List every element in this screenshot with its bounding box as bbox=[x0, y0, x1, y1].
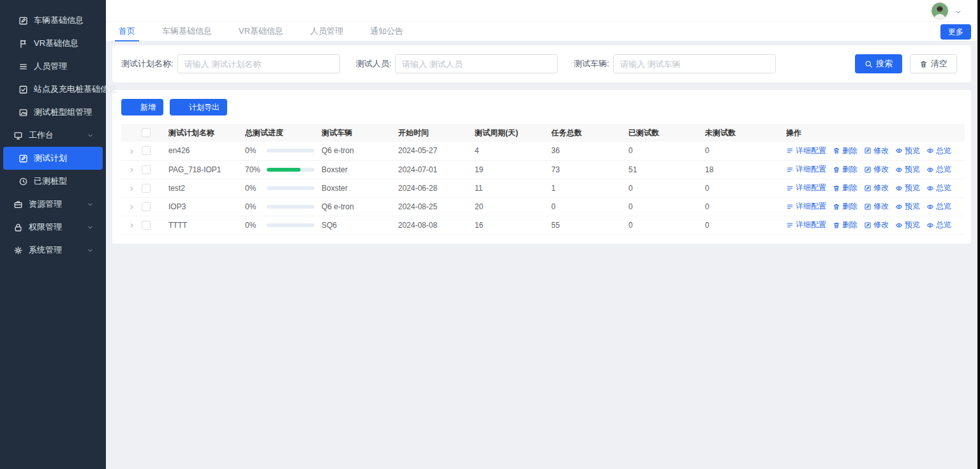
action-1[interactable]: 删除 bbox=[833, 220, 858, 230]
table-panel: 新增 计划导出 测试计划名称总测试进度测试车辆开始时间测试周期(天)任务总数已测… bbox=[112, 90, 971, 244]
action-label: 总览 bbox=[936, 145, 951, 156]
sidebar-item-2[interactable]: 人员管理 bbox=[3, 55, 103, 78]
action-1[interactable]: 删除 bbox=[833, 182, 858, 193]
user-avatar[interactable] bbox=[932, 3, 948, 19]
action-3[interactable]: 预览 bbox=[895, 182, 920, 193]
sidebar-item-4[interactable]: 测试桩型组管理 bbox=[3, 101, 103, 124]
action-2[interactable]: 修改 bbox=[864, 220, 889, 230]
row-checkbox[interactable] bbox=[142, 202, 151, 211]
toolbar: 新增 计划导出 bbox=[121, 99, 962, 115]
search-field-1: 测试人员: bbox=[356, 54, 558, 73]
action-1[interactable]: 删除 bbox=[833, 201, 858, 212]
tab-4[interactable]: 通知公告 bbox=[370, 22, 403, 41]
actions-cell: 详细配置删除修改预览总览 bbox=[786, 197, 965, 216]
action-label: 删除 bbox=[842, 145, 858, 156]
action-4[interactable]: 总览 bbox=[926, 145, 951, 156]
eye-icon bbox=[926, 221, 934, 229]
action-0[interactable]: 详细配置 bbox=[786, 182, 826, 193]
sidebar-item-9[interactable]: 权限管理 bbox=[3, 216, 103, 239]
progress-track bbox=[267, 168, 315, 172]
row-checkbox[interactable] bbox=[142, 165, 151, 174]
column-header: 测试计划名称 bbox=[168, 124, 245, 142]
action-2[interactable]: 修改 bbox=[864, 201, 889, 212]
row-expand-button[interactable] bbox=[121, 160, 142, 179]
start-date-cell: 2024-07-01 bbox=[398, 160, 475, 179]
column-header: 测试周期(天) bbox=[475, 124, 551, 142]
row-expand-button[interactable] bbox=[121, 142, 142, 160]
search-input-1[interactable] bbox=[395, 54, 558, 73]
sidebar-item-7[interactable]: 已测桩型 bbox=[3, 170, 103, 193]
search-button-label: 搜索 bbox=[876, 58, 893, 70]
tab-bar: 首页车辆基础信息VR基础信息人员管理通知公告更多 bbox=[106, 21, 977, 41]
tab-1[interactable]: 车辆基础信息 bbox=[162, 22, 212, 41]
select-all-checkbox[interactable] bbox=[142, 128, 151, 137]
action-label: 总览 bbox=[936, 201, 951, 212]
progress-track bbox=[267, 186, 315, 190]
progress-percent: 70% bbox=[245, 165, 262, 174]
action-2[interactable]: 修改 bbox=[864, 145, 889, 156]
period-cell: 16 bbox=[475, 216, 551, 234]
row-checkbox[interactable] bbox=[142, 221, 151, 230]
search-input-2[interactable] bbox=[613, 54, 776, 73]
search-actions: 搜索清空 bbox=[855, 54, 962, 73]
tab-2[interactable]: VR基础信息 bbox=[239, 22, 283, 41]
detail-list-icon bbox=[786, 221, 794, 229]
tab-0[interactable]: 首页 bbox=[119, 22, 135, 41]
action-4[interactable]: 总览 bbox=[926, 164, 951, 175]
action-4[interactable]: 总览 bbox=[926, 201, 951, 212]
progress-cell: 0% bbox=[245, 142, 322, 160]
tab-3[interactable]: 人员管理 bbox=[310, 22, 343, 41]
tested-count-cell: 0 bbox=[628, 197, 705, 216]
search-icon bbox=[865, 60, 873, 68]
total-tasks-cell: 36 bbox=[551, 142, 628, 160]
row-checkbox[interactable] bbox=[142, 184, 151, 193]
table-row: en4260%Q6 e-tron2024-05-2743600详细配置删除修改预… bbox=[121, 142, 965, 160]
action-3[interactable]: 预览 bbox=[895, 164, 920, 175]
period-cell: 19 bbox=[475, 160, 551, 179]
actions-cell: 详细配置删除修改预览总览 bbox=[786, 216, 965, 234]
search-button[interactable]: 搜索 bbox=[855, 54, 902, 73]
action-label: 删除 bbox=[842, 182, 858, 193]
edit-icon bbox=[864, 147, 872, 154]
untested-count-cell: 0 bbox=[705, 197, 786, 216]
row-expand-button[interactable] bbox=[121, 216, 142, 234]
action-3[interactable]: 预览 bbox=[895, 145, 920, 156]
action-3[interactable]: 预览 bbox=[895, 201, 920, 212]
action-1[interactable]: 删除 bbox=[833, 145, 858, 156]
row-expand-button[interactable] bbox=[121, 197, 142, 216]
search-field-label: 测试车辆: bbox=[574, 58, 609, 70]
action-4[interactable]: 总览 bbox=[926, 182, 951, 193]
action-0[interactable]: 详细配置 bbox=[786, 164, 826, 175]
export-button[interactable]: 计划导出 bbox=[170, 99, 227, 115]
search-field-label: 测试计划名称: bbox=[121, 58, 174, 70]
action-4[interactable]: 总览 bbox=[926, 220, 951, 230]
sidebar-item-8[interactable]: 资源管理 bbox=[3, 193, 103, 216]
row-checkbox[interactable] bbox=[142, 146, 151, 155]
sidebar-item-10[interactable]: 系统管理 bbox=[3, 239, 103, 262]
action-label: 总览 bbox=[936, 164, 951, 175]
sidebar-item-1[interactable]: VR基础信息 bbox=[3, 32, 103, 55]
action-0[interactable]: 详细配置 bbox=[786, 145, 826, 156]
more-button[interactable]: 更多 bbox=[940, 24, 971, 40]
action-1[interactable]: 删除 bbox=[833, 164, 858, 175]
action-2[interactable]: 修改 bbox=[864, 164, 889, 175]
action-0[interactable]: 详细配置 bbox=[786, 220, 826, 230]
action-0[interactable]: 详细配置 bbox=[786, 201, 826, 212]
user-menu[interactable] bbox=[932, 3, 962, 19]
action-3[interactable]: 预览 bbox=[895, 220, 920, 230]
action-label: 修改 bbox=[873, 145, 889, 156]
search-input-0[interactable] bbox=[177, 54, 340, 73]
sidebar-item-3[interactable]: 站点及充电桩基础信息 bbox=[3, 78, 103, 101]
add-button[interactable]: 新增 bbox=[121, 99, 163, 115]
sidebar-item-label: 已测桩型 bbox=[34, 175, 67, 187]
plans-table: 测试计划名称总测试进度测试车辆开始时间测试周期(天)任务总数已测试数未测试数操作… bbox=[121, 124, 965, 235]
sidebar-item-6-active[interactable]: 测试计划 bbox=[3, 147, 103, 170]
progress-cell: 0% bbox=[245, 179, 322, 197]
row-expand-button[interactable] bbox=[121, 179, 142, 197]
trash-icon bbox=[833, 166, 840, 174]
actions-cell: 详细配置删除修改预览总览 bbox=[786, 160, 965, 179]
sidebar-item-5[interactable]: 工作台 bbox=[3, 124, 103, 147]
sidebar-item-0[interactable]: 车辆基础信息 bbox=[3, 9, 103, 32]
action-2[interactable]: 修改 bbox=[864, 182, 889, 193]
clear-button[interactable]: 清空 bbox=[910, 54, 957, 73]
